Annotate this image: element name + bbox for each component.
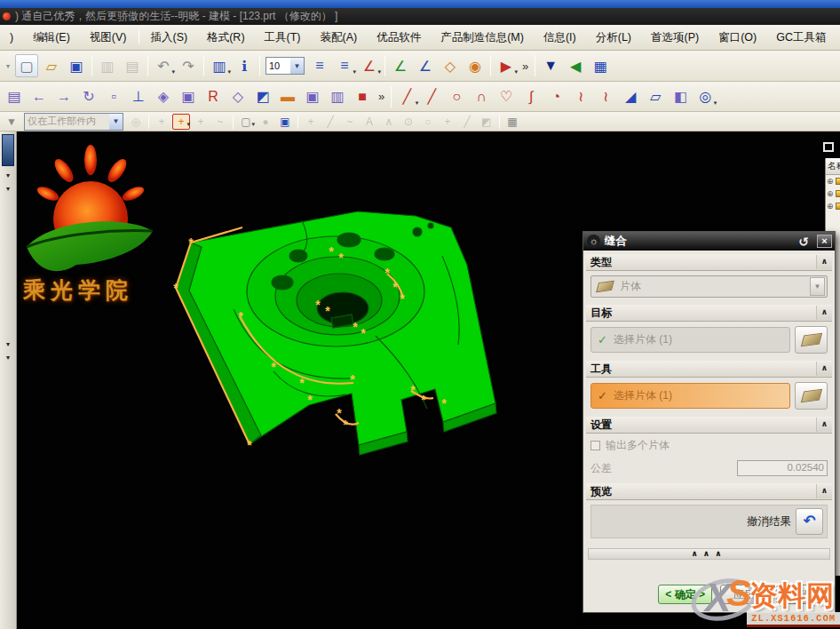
red-cube-icon[interactable]: ■ <box>351 85 374 108</box>
role-palette-icon[interactable]: ◉ <box>464 54 487 77</box>
menu-item[interactable]: 首选项(P) <box>641 27 709 49</box>
menu-item[interactable]: 插入(S) <box>141 27 198 49</box>
menu-item[interactable]: 分析(L) <box>586 27 641 49</box>
menu-item[interactable]: 星空外挂 <box>836 27 840 49</box>
eraser-icon[interactable]: ▬ <box>276 85 299 108</box>
filter-arrow-icon[interactable]: ▼ <box>3 114 20 130</box>
collapse-preview-icon[interactable]: ∧ <box>816 484 832 498</box>
part-sheets-icon[interactable]: ▤ <box>3 85 26 108</box>
combine-curve-icon[interactable]: ≀ <box>594 85 617 108</box>
menu-item[interactable]: 格式(R) <box>197 27 254 49</box>
trim-sheet-icon[interactable]: ◢ <box>619 85 642 108</box>
collapse-target-icon[interactable]: ∧ <box>816 306 832 320</box>
extrude-block-icon[interactable]: ◈ <box>152 85 175 108</box>
spline-icon[interactable]: ∫ <box>519 85 543 108</box>
move-handle-icon[interactable]: + <box>192 114 210 130</box>
target-section-header[interactable]: 目标 ∧ <box>586 305 832 322</box>
select-priority-icon[interactable]: + <box>153 114 170 130</box>
tool-sheet-picker-button[interactable] <box>795 382 828 410</box>
find-component-icon[interactable]: ◎ <box>127 114 145 130</box>
snap-tangent-icon[interactable]: ~ <box>341 114 359 130</box>
type-section-header[interactable]: 类型 ∧ <box>586 254 832 271</box>
snap-point-on-curve-icon[interactable]: A <box>361 114 378 130</box>
chevron-down-icon[interactable]: ▼ <box>810 277 825 296</box>
wire-cube-icon[interactable]: ▣ <box>177 85 200 108</box>
collapse-type-icon[interactable]: ∧ <box>816 255 832 269</box>
studio-spline-icon[interactable]: ♡ <box>495 85 518 108</box>
tool-select-sheet-field[interactable]: ✓ 选择片体 (1) <box>590 383 790 409</box>
chevron-down-icon[interactable]: ▼ <box>109 114 123 130</box>
touch-library-icon[interactable]: ▥▾ <box>208 54 231 77</box>
undo-icon[interactable]: ↶▾ <box>152 54 175 77</box>
rect-select-icon[interactable]: ▢▾ <box>237 114 255 130</box>
collapse-tool-icon[interactable]: ∧ <box>816 362 832 376</box>
undo-result-button[interactable]: ↶ <box>796 508 823 535</box>
offset-plane-icon[interactable]: ▱ <box>644 85 667 108</box>
layer-category-icon[interactable]: ≡▾ <box>333 54 356 77</box>
exit-sketch-icon[interactable]: ◀ <box>564 54 587 77</box>
menu-item[interactable]: 产品制造信息(M) <box>431 27 534 49</box>
section-plane-icon[interactable]: ◩ <box>251 85 274 108</box>
snap-face-icon[interactable]: ◩ <box>478 114 495 130</box>
datum-csys-icon[interactable]: ∠ <box>414 54 437 77</box>
forward-view-icon[interactable]: → <box>52 85 75 108</box>
dialog-close-icon[interactable]: × <box>817 235 832 248</box>
grid-icon[interactable]: ▦ <box>503 114 521 130</box>
toolbar-options-arrow-icon[interactable]: ▾ <box>3 54 13 77</box>
menu-item[interactable]: ) <box>0 28 23 47</box>
snap-angled-icon[interactable]: ╱ <box>458 114 476 130</box>
toolbar-overflow-icon[interactable]: » <box>378 90 384 103</box>
datum-stand-icon[interactable]: ⊥ <box>127 85 150 108</box>
shaded-box-icon[interactable]: ▣ <box>276 114 294 130</box>
restore-window-icon[interactable] <box>823 142 834 152</box>
menu-item[interactable]: 窗口(O) <box>709 27 766 49</box>
toolbar-overflow-icon[interactable]: » <box>522 60 528 73</box>
mirror-body-icon[interactable]: ◧ <box>669 85 692 108</box>
open-file-icon[interactable]: ▱ <box>40 54 63 77</box>
dialog-options-gear-icon[interactable]: ☼ <box>587 235 600 248</box>
menu-item[interactable]: 信息(I) <box>534 27 586 49</box>
chevron-down-icon[interactable]: ▾ <box>0 340 16 348</box>
target-select-sheet-field[interactable]: ✓ 选择片体 (1) <box>590 327 790 353</box>
sketch-line-icon[interactable]: ╱ <box>420 85 443 108</box>
menu-item[interactable]: 优品软件 <box>367 27 431 49</box>
line-icon[interactable]: ╱▾ <box>395 85 418 108</box>
menu-item[interactable]: 装配(A) <box>311 27 368 49</box>
revolve-cylinder-icon[interactable]: ◎▾ <box>693 85 717 108</box>
back-view-icon[interactable]: ← <box>28 85 51 108</box>
view-refresh-icon[interactable]: ◇ <box>439 54 462 77</box>
copy-icon[interactable]: ▥ <box>96 54 119 77</box>
snap-quadrant-icon[interactable]: ○ <box>419 114 437 130</box>
lasso-icon[interactable]: ~ <box>211 114 229 130</box>
revolve-icon[interactable]: R <box>202 85 225 108</box>
tolerance-input[interactable]: 0.02540 <box>737 460 828 476</box>
menu-item[interactable]: 工具(T) <box>255 27 311 49</box>
chevron-down-icon[interactable]: ▾ <box>0 354 16 362</box>
surface-patch-icon[interactable]: ◔ <box>544 85 567 108</box>
save-icon[interactable]: ▣ <box>65 54 88 77</box>
docked-tool-icon[interactable] <box>2 134 14 166</box>
chevron-down-icon[interactable]: ▾ <box>0 185 16 193</box>
snap-arc-center-icon[interactable]: ⊙ <box>400 114 417 130</box>
pan-icon[interactable]: + <box>302 114 320 130</box>
dialog-reset-icon[interactable]: ↺ <box>798 235 809 249</box>
project-curve-icon[interactable]: ≀ <box>569 85 592 108</box>
bounded-plane-icon[interactable]: ▦ <box>589 54 612 77</box>
chevron-down-icon[interactable]: ▼ <box>290 58 304 74</box>
shaded-ball-icon[interactable]: ● <box>257 114 274 130</box>
expand-icon[interactable]: ⊕ <box>827 189 834 198</box>
docked-left-toolbar[interactable]: ▾ ▾ ▾ ▾ <box>0 131 17 629</box>
layer-settings-icon[interactable]: ≡ <box>308 54 331 77</box>
finish-sketch-icon[interactable]: ▼ <box>539 54 562 77</box>
compare-parts-icon[interactable]: ▥ <box>326 85 349 108</box>
type-dropdown[interactable]: 片体 ▼ <box>590 275 828 298</box>
rotate-view-icon[interactable]: ↻ <box>77 85 100 108</box>
wcs-dynamics-icon[interactable]: ∠▾ <box>358 54 381 77</box>
target-sheet-picker-button[interactable] <box>795 326 828 354</box>
paste-icon[interactable]: ▤ <box>121 54 144 77</box>
settings-section-header[interactable]: 设置 ∧ <box>586 417 832 434</box>
csys-origin-icon[interactable]: ∠ <box>389 54 412 77</box>
snap-intersection-icon[interactable]: + <box>439 114 456 130</box>
info-cube-icon[interactable]: ▣ <box>301 85 324 108</box>
menu-item[interactable]: 编辑(E) <box>23 27 80 49</box>
